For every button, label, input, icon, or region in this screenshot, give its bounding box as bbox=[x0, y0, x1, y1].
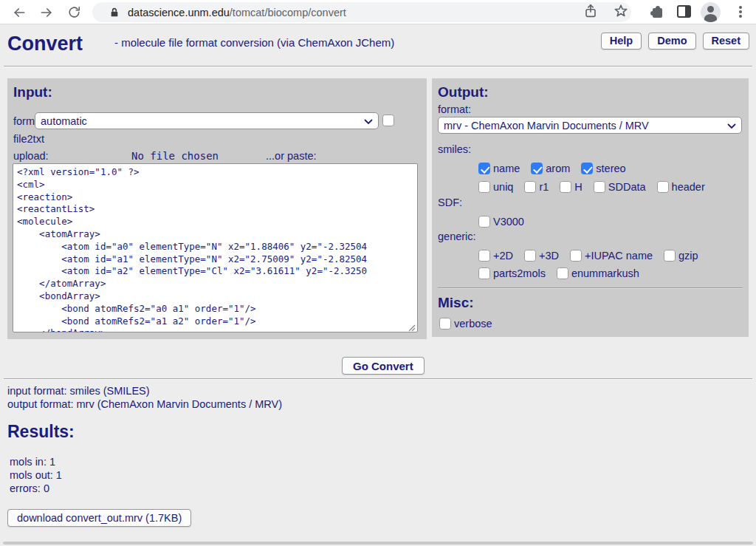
url-text: datascience.unm.edu/tomcat/biocomp/conve… bbox=[128, 7, 346, 18]
checkbox-iupac-name[interactable]: +IUPAC name bbox=[570, 250, 653, 262]
smiles-label: smiles: bbox=[438, 143, 471, 155]
menu-kebab-icon[interactable] bbox=[735, 4, 746, 21]
header-divider bbox=[4, 66, 752, 67]
output-panel: Output: format: mrv - ChemAxon Marvin Do… bbox=[432, 78, 749, 337]
extensions-icon[interactable] bbox=[650, 5, 664, 20]
help-button[interactable]: Help bbox=[601, 33, 642, 50]
go-convert-button[interactable]: Go Convert bbox=[342, 357, 425, 375]
profile-avatar[interactable] bbox=[701, 2, 721, 22]
paste-textarea[interactable]: <?xml version="1.0" ?> <cml> <reaction> … bbox=[13, 163, 418, 332]
checkbox-sddata[interactable]: SDData bbox=[594, 181, 646, 193]
reset-button[interactable]: Reset bbox=[703, 33, 750, 50]
share-icon[interactable] bbox=[583, 3, 599, 19]
screen: datascience.unm.edu/tomcat/biocomp/conve… bbox=[0, 0, 756, 546]
url-domain: datascience.unm.edu bbox=[128, 7, 230, 18]
header-buttons: Help Demo Reset bbox=[601, 33, 749, 50]
section-divider bbox=[4, 378, 752, 380]
output-heading: Output: bbox=[438, 84, 489, 100]
checkbox-stereo[interactable]: stereo bbox=[581, 163, 625, 174]
input-format-value: automatic bbox=[41, 115, 87, 127]
chevron-down-icon bbox=[364, 115, 373, 127]
demo-button[interactable]: Demo bbox=[648, 33, 695, 50]
url-path: /tomcat/biocomp/convert bbox=[230, 7, 346, 18]
chevron-down-icon bbox=[727, 120, 736, 132]
address-bar[interactable]: datascience.unm.edu/tomcat/biocomp/conve… bbox=[92, 2, 631, 22]
side-panel-icon[interactable] bbox=[677, 5, 691, 18]
file2txt-label: file2txt bbox=[13, 133, 44, 145]
sdf-label: SDF: bbox=[438, 197, 462, 208]
forward-icon[interactable] bbox=[37, 3, 55, 21]
generic-options-row2: parts2mols enummarkush bbox=[478, 266, 639, 281]
checkbox-v3000[interactable]: V3000 bbox=[478, 216, 524, 228]
checkbox-verbose[interactable]: verbose bbox=[439, 318, 492, 330]
input-format-select[interactable]: automatic bbox=[35, 112, 379, 129]
output-format-select[interactable]: mrv - ChemAxon Marvin Documents / MRV bbox=[438, 117, 742, 134]
checkbox-r1[interactable]: r1 bbox=[524, 181, 549, 193]
input-format-status: input format: smiles (SMILES) bbox=[7, 385, 150, 397]
reload-icon[interactable] bbox=[65, 3, 83, 21]
output-format-status: output format: mrv (ChemAxon Marvin Docu… bbox=[7, 398, 282, 410]
mols-in-line: mols in: 1 bbox=[10, 456, 55, 468]
misc-heading: Misc: bbox=[438, 295, 474, 311]
download-result-button[interactable]: download convert_out.mrv (1.7KB) bbox=[7, 509, 191, 527]
output-format-value: mrv - ChemAxon Marvin Documents / MRV bbox=[444, 120, 649, 132]
back-icon[interactable] bbox=[10, 3, 28, 21]
generic-options-row1: +2D +3D +IUPAC name gzip bbox=[478, 248, 698, 263]
no-file-chosen-text: No file chosen bbox=[131, 150, 219, 162]
page-subtitle: - molecule file format conversion (via C… bbox=[114, 36, 394, 49]
smiles-options-row2: uniq r1 H SDData header bbox=[478, 180, 705, 194]
input-format-extra-checkbox[interactable] bbox=[382, 115, 394, 126]
checkbox-2d[interactable]: +2D bbox=[478, 250, 513, 262]
checkbox-3d[interactable]: +3D bbox=[524, 250, 559, 262]
checkbox-parts2mols[interactable]: parts2mols bbox=[478, 267, 546, 279]
misc-options-row: verbose bbox=[439, 316, 492, 331]
input-panel: Input: format: automatic file2txt upload… bbox=[7, 78, 427, 339]
input-heading: Input: bbox=[13, 84, 52, 100]
smiles-options-row1: name arom stereo bbox=[478, 161, 626, 176]
output-format-label: format: bbox=[438, 103, 471, 115]
checkbox-h[interactable]: H bbox=[560, 181, 582, 193]
browser-toolbar: datascience.unm.edu/tomcat/biocomp/conve… bbox=[0, 0, 756, 24]
checkbox-name[interactable]: name bbox=[478, 163, 520, 174]
page-title: Convert bbox=[7, 33, 83, 55]
or-paste-label: ...or paste: bbox=[266, 150, 317, 162]
bookmark-star-icon[interactable] bbox=[613, 3, 629, 19]
lock-icon[interactable] bbox=[109, 7, 120, 18]
checkbox-uniq[interactable]: uniq bbox=[478, 181, 513, 193]
output-panel-divider bbox=[438, 287, 743, 289]
checkbox-arom[interactable]: arom bbox=[531, 163, 570, 174]
upload-label: upload: bbox=[13, 150, 49, 162]
generic-label: generic: bbox=[438, 231, 476, 242]
errors-line: errors: 0 bbox=[10, 482, 49, 494]
checkbox-enummarkush[interactable]: enummarkush bbox=[557, 267, 639, 279]
mols-out-line: mols out: 1 bbox=[10, 469, 62, 481]
checkbox-gzip[interactable]: gzip bbox=[664, 250, 698, 262]
footer-divider bbox=[3, 542, 753, 545]
checkbox-header[interactable]: header bbox=[657, 181, 705, 193]
results-heading: Results: bbox=[7, 422, 75, 442]
sdf-options-row: V3000 bbox=[478, 214, 524, 229]
convert-page: Convert - molecule file format conversio… bbox=[0, 25, 756, 546]
